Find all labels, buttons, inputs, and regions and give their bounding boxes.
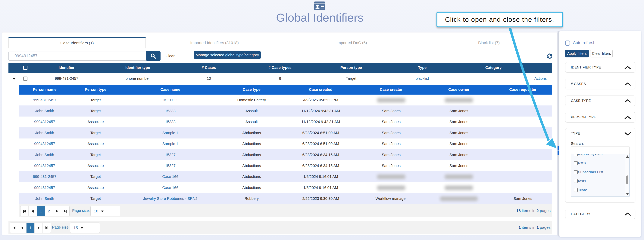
select-all-checkbox[interactable]	[23, 66, 28, 70]
person-name-link[interactable]: John Smith	[35, 197, 54, 201]
case-name-link[interactable]: 15327	[165, 164, 176, 168]
case-creator-cell: Sam Jones	[358, 138, 424, 149]
filter-group-header[interactable]: CASE TYPE	[566, 96, 635, 106]
case-name-link[interactable]: 15333	[165, 109, 176, 113]
column-header[interactable]: Identifier	[31, 63, 102, 73]
case-owner-cell: Sam Jones	[424, 127, 494, 138]
case-type-cell: Robbery	[220, 193, 283, 204]
expand-cell[interactable]	[8, 73, 20, 84]
auto-refresh-checkbox[interactable]	[565, 40, 570, 46]
first-page-button[interactable]	[10, 223, 18, 233]
option-checkbox[interactable]	[574, 179, 578, 183]
case-owner-cell	[424, 182, 494, 193]
case-created-cell: 1/5/2024 9:16:01 AM	[283, 182, 358, 193]
column-header[interactable]: Case name	[120, 85, 220, 95]
page-button-1[interactable]: 1	[37, 206, 45, 216]
case-type-cell: Abductions	[220, 171, 283, 182]
tab-black-list[interactable]: Black list (7)	[420, 37, 558, 48]
person-name-link[interactable]: John Smith	[35, 109, 54, 113]
clear-filters-button[interactable]: Clear filters	[590, 50, 612, 57]
type-link[interactable]: blacklist	[416, 76, 429, 81]
column-header[interactable]: Category	[458, 63, 529, 73]
collapse-row-icon[interactable]	[13, 78, 16, 80]
case-name-link[interactable]: Case 166	[162, 186, 178, 190]
type-option: test1	[571, 177, 625, 186]
search-input[interactable]	[8, 51, 148, 61]
case-name-link[interactable]: Case 166	[162, 174, 178, 179]
case-name-link[interactable]: Jewelry Store Robberies - SRN2	[143, 197, 198, 201]
person-name-link[interactable]: 9994312457	[34, 120, 55, 124]
option-checkbox[interactable]	[574, 188, 578, 192]
first-page-icon	[24, 210, 26, 213]
refresh-icon[interactable]	[547, 53, 552, 59]
filter-group-header[interactable]: PERSON TYPE	[566, 112, 635, 122]
prev-page-button[interactable]	[18, 223, 26, 233]
person-name-link[interactable]: 9994312457	[34, 164, 55, 168]
person-name-link[interactable]: 999-431-2457	[33, 174, 56, 179]
manage-type-category-button[interactable]: Manage selected global type/category	[194, 51, 261, 59]
person-name-link[interactable]: 9994312457	[34, 186, 55, 190]
option-checkbox[interactable]	[574, 154, 578, 156]
column-header[interactable]: Identifier type	[102, 63, 173, 73]
filter-group-header[interactable]: TYPE	[566, 128, 635, 139]
page-button-2[interactable]: 2	[45, 206, 53, 216]
column-header[interactable]: Person name	[18, 85, 71, 95]
person-name-link[interactable]: 999-431-2457	[33, 98, 56, 102]
tab-imported-identifiers[interactable]: Imported Identifiers (31018)	[146, 37, 283, 48]
last-page-button[interactable]	[43, 223, 51, 233]
filter-group-header[interactable]: # CASES	[566, 79, 635, 89]
column-header[interactable]: Person type	[316, 63, 387, 73]
filter-group-header[interactable]: CATEGORY	[566, 209, 635, 219]
case-creator: Sam Jones	[382, 120, 400, 124]
case-owner: Sam Jones	[450, 153, 468, 157]
last-page-icon	[46, 226, 48, 229]
column-header[interactable]: Person type	[71, 85, 120, 95]
prev-page-button[interactable]	[28, 206, 37, 216]
type-search-input[interactable]	[571, 146, 630, 154]
clear-search-button[interactable]: Clear	[162, 52, 178, 60]
column-header[interactable]: # Case types	[244, 63, 316, 73]
row-checkbox[interactable]	[23, 77, 28, 81]
actions-link[interactable]: Actions	[534, 76, 547, 81]
next-page-button[interactable]	[53, 206, 61, 216]
identifiers-header-row: Identifier Identifier type # Cases # Cas…	[8, 63, 552, 73]
dropdown-caret-icon	[101, 211, 104, 212]
column-header[interactable]: Case created	[283, 85, 358, 95]
type-search-label: Search:	[571, 141, 584, 146]
case-name-link[interactable]: Sample 1	[162, 142, 178, 146]
page-size-select[interactable]: 10	[90, 206, 120, 216]
case-owner-cell: Sam Jones	[424, 117, 494, 127]
case-name-link[interactable]: Sample 1	[162, 131, 178, 135]
case-type-cell: Assault	[220, 106, 283, 116]
apply-filters-button[interactable]: Apply filters	[565, 50, 589, 57]
option-checkbox[interactable]	[574, 170, 578, 174]
identifier-row: 999-431-2457 phone number 10 6 Target bl…	[8, 73, 552, 84]
person-name-link[interactable]: John Smith	[35, 153, 54, 157]
page-button-1[interactable]: 1	[26, 223, 34, 233]
column-header[interactable]: Case type	[220, 85, 283, 95]
list-scrollbar[interactable]	[625, 154, 630, 196]
page-size-select[interactable]: 15	[70, 223, 100, 233]
person-name-link[interactable]: John Smith	[35, 131, 54, 135]
tab-case-identifiers[interactable]: Case Identifiers (1)	[8, 37, 146, 48]
person-type-cell: Associate	[71, 117, 120, 127]
column-header[interactable]: Type	[387, 63, 458, 73]
column-header[interactable]: # Cases	[173, 63, 244, 73]
person-name-link[interactable]: 9994312457	[34, 142, 55, 146]
filter-group-header[interactable]: IDENTIFIER TYPE	[566, 62, 635, 72]
tab-imported-doc[interactable]: Imported DoC (6)	[283, 37, 420, 48]
last-page-button[interactable]	[61, 206, 69, 216]
column-header[interactable]: Case requester	[494, 85, 552, 95]
case-name-link[interactable]: 15327	[165, 153, 176, 157]
case-name-link[interactable]: ML TCC	[163, 98, 177, 102]
column-header[interactable]: Case owner	[424, 85, 494, 95]
next-page-button[interactable]	[34, 223, 43, 233]
search-button[interactable]	[146, 51, 160, 61]
filter-group-cases: # CASES	[565, 79, 635, 89]
option-checkbox[interactable]	[574, 161, 578, 165]
case-name-link[interactable]: 15333	[165, 120, 176, 124]
case-owner: Sam Jones	[450, 164, 468, 168]
filters-toggle-handle[interactable]	[558, 146, 560, 155]
first-page-button[interactable]	[20, 206, 28, 216]
column-header[interactable]: Case creator	[358, 85, 424, 95]
